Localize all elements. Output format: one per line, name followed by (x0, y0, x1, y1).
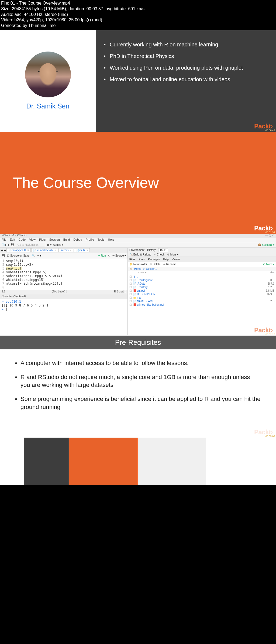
save-icon[interactable]: 💾 (2, 254, 5, 257)
delete-button[interactable]: ⊘ Delete (150, 263, 161, 266)
source-button[interactable]: ➡ Source ▾ (112, 254, 126, 257)
console-header: Console ~/Section1/ (0, 294, 127, 299)
file-list-header: ▲ NameSize (128, 271, 276, 275)
rename-button[interactable]: ✏ Rename (163, 263, 177, 266)
menu-item[interactable]: File (2, 238, 6, 241)
env-tab[interactable]: History (147, 248, 156, 251)
editor-tab[interactable]: mtcars × (58, 248, 73, 252)
menu-item[interactable]: Profile (86, 238, 94, 241)
save-icon[interactable]: 💾 (11, 243, 14, 246)
build-toolbar: 🔨 Build & Reload ✔ Check ⚙ More ▾ (128, 253, 276, 257)
file-row[interactable]: ☐📄NAMESPACE32 B (128, 299, 276, 303)
env-tabs: Environment History Build (128, 248, 276, 253)
menu-item[interactable]: Build (63, 238, 70, 241)
thumb (69, 438, 138, 485)
file-row[interactable]: ☐📕cnt.pdf1.8 MB (128, 289, 276, 292)
wand-icon[interactable]: 🔍 (32, 254, 35, 257)
filetype[interactable]: R Script ‡ (114, 290, 126, 294)
grid-icon[interactable]: ▦ ▾ (47, 243, 51, 246)
addins-menu[interactable]: Addins ▾ (53, 243, 63, 246)
code-editor[interactable]: 1seq(10,1) 2seq(1,15,by=2) 3seq(…,5) 4su… (0, 258, 127, 290)
home-icon[interactable]: 🏠 (129, 267, 133, 270)
menu-item[interactable]: View (29, 238, 36, 241)
files-pane: Files Plots Packages Help Viewer 📁 New F… (128, 257, 276, 335)
files-tab[interactable]: Viewer (172, 258, 180, 261)
max-icon[interactable]: ▢ (268, 234, 271, 237)
file-row[interactable]: ☐📄.Rhistory702 B (128, 285, 276, 289)
files-tabs: Files Plots Packages Help Viewer (128, 257, 276, 262)
editor-toolbar: 💾 ☐ Source on Save 🔍 ✏ ▾ ➡ Run ↻ ➡ Sourc… (0, 253, 127, 258)
close-icon[interactable]: ✕ (271, 234, 274, 237)
file-row[interactable]: ☐📄.RData687.1 (128, 282, 276, 285)
thumb (138, 438, 207, 485)
bullet: Moved to football and online education w… (104, 76, 268, 83)
main-toolbar: 📄▾ ▾ 💾 Go to file/function ▦ ▾ Addins ▾ … (0, 242, 276, 248)
menu-item[interactable]: Code (19, 238, 26, 241)
more-button[interactable]: ⚙ More ▾ (263, 263, 274, 266)
check-button[interactable]: ✔ Check (154, 253, 164, 256)
files-toolbar: 📁 New Folder ⊘ Delete ✏ Rename ⚙ More ▾ (128, 262, 276, 267)
timestamp: 00:02:22 (265, 333, 275, 336)
console-pane: Console ~/Section1/ > seq(10,1) [1] 10 9… (0, 294, 127, 335)
editor-tab[interactable]: 📄datatypes.R × (6, 248, 31, 252)
menu-bar[interactable]: File Edit Code View Plots Session Build … (0, 238, 276, 242)
course-title: The Course Overview (13, 174, 159, 191)
file-row[interactable]: ☐📄DESCRIPTION379 B (128, 292, 276, 296)
project-label[interactable]: 📦 Section1 ▾ (258, 243, 274, 246)
editor-tab[interactable]: 📄str and view.R × (31, 248, 58, 252)
file-row[interactable]: ☐⬆.. (128, 275, 276, 278)
slide-author: Dr. Samik Sen Currently working with R o… (0, 30, 276, 132)
more-button[interactable]: ⚙ More ▾ (167, 253, 178, 256)
menu-item[interactable]: Tools (98, 238, 105, 241)
menu-item[interactable]: Session (49, 238, 60, 241)
bullet: Currently working with R on machine lear… (104, 41, 268, 48)
file-list: ☐⬆..☐📄.Rbuildignore30 B☐📄.RData687.1☐📄.R… (128, 275, 276, 335)
prereq-list: A computer with internet access to be ab… (0, 349, 276, 411)
new-icon[interactable]: 📄▾ (2, 243, 6, 246)
timestamp: 00:01:34 (265, 231, 275, 234)
open-icon[interactable]: ▾ (8, 243, 9, 246)
new-folder-button[interactable]: 📁 New Folder (129, 263, 147, 266)
author-panel: Dr. Samik Sen (0, 30, 96, 132)
files-tab[interactable]: Files (129, 258, 136, 261)
editor-tabs: ◀▶ 📄datatypes.R × 📄str and view.R × mtca… (0, 248, 127, 253)
section-heading: Pre-Requisites (0, 336, 276, 349)
meta-audio: Audio: aac, 44100 Hz, stereo (und) (1, 12, 275, 18)
thumbnail-strip (0, 438, 276, 485)
meta-size: Size: 20484155 bytes (19.54 MiB), durati… (1, 6, 275, 12)
min-icon[interactable]: — (265, 234, 268, 237)
menu-item[interactable]: Help (108, 238, 114, 241)
fwd-icon[interactable]: ▶ (4, 249, 6, 252)
source-on-save[interactable]: ☐ Source on Save (7, 254, 29, 257)
scope[interactable]: (Top Level) ‡ (52, 290, 68, 294)
file-row[interactable]: ☐📁man (128, 296, 276, 299)
build-reload-button[interactable]: 🔨 Build & Reload (129, 253, 151, 256)
list-item: Some programming experience is beneficia… (20, 395, 261, 411)
back-icon[interactable]: ◀ (1, 249, 3, 252)
env-tab[interactable]: Build (158, 248, 168, 252)
files-tab[interactable]: Help (163, 258, 169, 261)
files-tab[interactable]: Packages (148, 258, 160, 261)
console-body[interactable]: > seq(10,1) [1] 10 9 8 7 6 5 4 3 2 1 > | (0, 299, 127, 335)
thumb (0, 438, 69, 485)
file-row[interactable]: ☐📕primes_distribution.pdf (128, 303, 276, 306)
files-tab[interactable]: Plots (139, 258, 145, 261)
editor-tab[interactable]: 📄util.R × (74, 248, 90, 252)
path-breadcrumb[interactable]: 🏠 Home > Section1 (128, 267, 276, 271)
rerun-icon[interactable]: ↻ (108, 254, 110, 257)
run-button[interactable]: ➡ Run (98, 254, 106, 257)
meta-file: File: 01 - The Course Overview.mp4 (1, 1, 275, 6)
menu-item[interactable]: Plots (39, 238, 46, 241)
menu-item[interactable]: Debug (73, 238, 82, 241)
author-name: Dr. Samik Sen (26, 102, 70, 110)
window-titlebar: ~/Section1 - RStudio —▢✕ (0, 234, 276, 238)
goto-input[interactable]: Go to file/function (16, 243, 45, 247)
file-row[interactable]: ☐📄.Rbuildignore30 B (128, 278, 276, 282)
bullet: PhD in Theoretical Physics (104, 53, 268, 60)
bullet: Worked using Perl on data, producing plo… (104, 64, 268, 71)
env-tab[interactable]: Environment (129, 248, 144, 251)
wand-icon[interactable]: ✏ ▾ (37, 254, 41, 257)
menu-item[interactable]: Edit (10, 238, 15, 241)
author-bullets-panel: Currently working with R on machine lear… (96, 30, 276, 132)
author-bullets: Currently working with R on machine lear… (104, 41, 268, 83)
